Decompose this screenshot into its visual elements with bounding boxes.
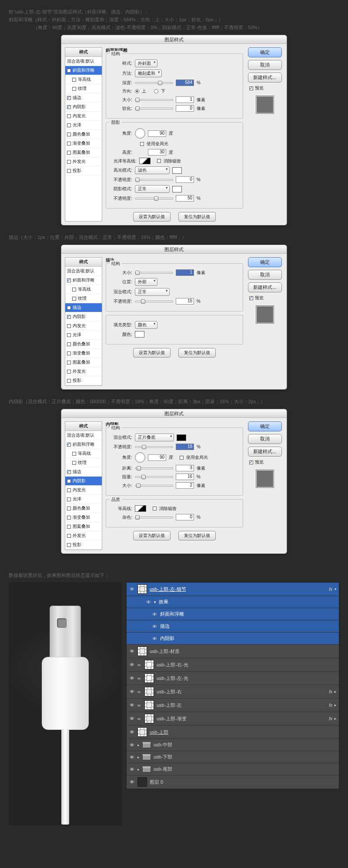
gloss-contour[interactable] xyxy=(139,158,151,164)
eye-icon[interactable]: 👁 xyxy=(129,779,135,785)
depth-input[interactable]: 584 xyxy=(176,80,194,86)
s2-co[interactable]: 颜色叠加 xyxy=(65,340,102,349)
eye-icon[interactable]: 👁 xyxy=(129,767,135,772)
inner-noise-slider[interactable] xyxy=(135,517,173,518)
eff-bevel[interactable]: 👁斜面和浮雕 xyxy=(127,608,339,620)
eye-icon[interactable]: 👁 xyxy=(129,702,135,708)
folder-row[interactable]: 👁▸usb-尾部 xyxy=(127,763,339,775)
inner-choke-input[interactable]: 16 xyxy=(176,474,194,480)
stroke-op-slider[interactable] xyxy=(135,301,173,302)
soft-input[interactable]: 0 xyxy=(176,105,194,112)
newstyle-button[interactable]: 新建样式... xyxy=(248,73,282,83)
chevron-icon[interactable]: ▸ xyxy=(334,716,336,721)
inner-contour[interactable] xyxy=(135,505,146,512)
inner-size-slider[interactable] xyxy=(135,485,173,487)
s3-b[interactable]: 斜面和浮雕 xyxy=(65,440,102,449)
folder-row[interactable]: 👁▸usb-下部 xyxy=(127,751,339,763)
inner-blend[interactable]: 正片叠底 xyxy=(135,434,174,441)
eff-inner[interactable]: 👁内阴影 xyxy=(127,633,339,645)
soft-slider[interactable] xyxy=(135,108,173,109)
cbp2[interactable] xyxy=(249,296,253,300)
layer-row-detail[interactable]: 👁 usb-上部-左-细节 fx▾ xyxy=(127,583,339,596)
eye-icon[interactable]: 👁 xyxy=(129,676,135,681)
eye-icon[interactable]: 👁 xyxy=(129,689,135,694)
eye-icon[interactable]: 👁 xyxy=(129,649,135,654)
stroke-size-input[interactable]: 1 xyxy=(176,269,194,276)
ok3[interactable]: 确定 xyxy=(248,421,282,431)
hlop-slider[interactable] xyxy=(135,179,173,181)
inner-op-slider[interactable] xyxy=(135,446,173,448)
s2-sat[interactable]: 光泽 xyxy=(65,331,102,340)
s2-texture[interactable]: 纹理 xyxy=(65,294,102,303)
style-select[interactable]: 外斜面 xyxy=(135,60,157,67)
chevron-icon[interactable]: ▸ xyxy=(334,689,336,694)
style-outerglow[interactable]: 外发光 xyxy=(65,157,102,166)
alt-input[interactable]: 30 xyxy=(148,149,166,156)
cb-anti3[interactable] xyxy=(153,507,157,510)
inner-choke-slider[interactable] xyxy=(135,476,173,478)
s3-ds[interactable]: 投影 xyxy=(65,540,102,550)
eye-icon[interactable]: 👁 xyxy=(129,716,135,721)
eye-icon[interactable]: 👁 xyxy=(129,662,135,667)
eye-icon[interactable]: 👁 xyxy=(152,624,157,629)
stroke-pos-select[interactable]: 外部 xyxy=(135,278,157,286)
shmode-select[interactable]: 正常 xyxy=(135,185,170,193)
layer-row[interactable]: 👁∞usb-上部-渐变fx▸ xyxy=(127,712,339,726)
inner-op-input[interactable]: 18 xyxy=(176,444,194,450)
style-pattoverlay[interactable]: 图案叠加 xyxy=(65,148,102,157)
cancel2[interactable]: 取消 xyxy=(248,270,282,280)
eye-icon[interactable]: 👁 xyxy=(152,636,157,641)
stroke-blend-select[interactable]: 正常 xyxy=(135,288,170,296)
s2-inner[interactable]: 内阴影 xyxy=(65,312,102,321)
eye-icon[interactable]: 👁 xyxy=(129,755,135,760)
cb-anti[interactable] xyxy=(157,159,161,163)
default-button[interactable]: 设置为默认值 xyxy=(133,212,171,222)
folder-row[interactable]: 👁▸usb-中部 xyxy=(127,739,339,751)
new2[interactable]: 新建样式... xyxy=(248,282,282,292)
style-innershadow[interactable]: 内阴影 xyxy=(65,103,102,112)
inner-dial[interactable] xyxy=(135,452,145,463)
hlmode-select[interactable]: 滤色 xyxy=(135,166,170,174)
inner-dist-input[interactable]: 3 xyxy=(176,465,194,471)
s2-po[interactable]: 图案叠加 xyxy=(65,358,102,367)
s2-ig[interactable]: 内发光 xyxy=(65,321,102,331)
size-input[interactable]: 1 xyxy=(176,96,194,103)
s2-bevel[interactable]: 斜面和浮雕 xyxy=(65,276,102,285)
stroke-size-slider[interactable] xyxy=(135,272,173,274)
s2-stroke[interactable]: 描边 xyxy=(65,303,102,312)
layer-row[interactable]: 👁∞usb-上部-右fx▸ xyxy=(127,685,339,699)
eye-icon[interactable]: 👁 xyxy=(146,600,151,605)
s2-go[interactable]: 渐变叠加 xyxy=(65,349,102,358)
cb-globallight[interactable] xyxy=(140,142,144,146)
new3[interactable]: 新建样式... xyxy=(248,447,282,457)
chevron-icon[interactable]: ▸ xyxy=(137,767,140,772)
s3-c[interactable]: 等高线 xyxy=(65,449,102,458)
stroke-filltype[interactable]: 颜色 xyxy=(135,321,157,329)
s2-og[interactable]: 外发光 xyxy=(65,367,102,376)
style-dropshadow[interactable]: 投影 xyxy=(65,166,102,176)
style-coloroverlay[interactable]: 颜色叠加 xyxy=(65,130,102,139)
s3-co[interactable]: 颜色叠加 xyxy=(65,504,102,513)
s3-og[interactable]: 外发光 xyxy=(65,531,102,540)
stroke-op-input[interactable]: 15 xyxy=(176,298,194,305)
eff-stroke[interactable]: 👁描边 xyxy=(127,620,339,633)
style-innerglow[interactable]: 内发光 xyxy=(65,112,102,121)
style-bevel[interactable]: 斜面和浮雕 xyxy=(65,66,102,75)
chevron-icon[interactable]: ▸ xyxy=(137,755,140,759)
bg-row[interactable]: 👁图层 0 xyxy=(127,775,339,789)
radio-up[interactable] xyxy=(135,89,139,93)
style-gradoverlay[interactable]: 渐变叠加 xyxy=(65,139,102,148)
inner-color[interactable] xyxy=(177,434,186,441)
ok-button[interactable]: 确定 xyxy=(248,47,282,57)
eye-icon[interactable]: 👁 xyxy=(152,612,157,617)
s2-contour[interactable]: 等高线 xyxy=(65,285,102,294)
shop-input[interactable]: 50 xyxy=(176,195,194,202)
s3-ig[interactable]: 内发光 xyxy=(65,486,102,495)
inner-dist-slider[interactable] xyxy=(135,467,173,469)
hl-color[interactable] xyxy=(172,167,182,174)
reset-button[interactable]: 复位为默认值 xyxy=(178,212,216,222)
sh-color[interactable] xyxy=(172,186,182,192)
blend-options[interactable]: 混合选项:默认 xyxy=(65,57,102,66)
s3-t[interactable]: 纹理 xyxy=(65,458,102,467)
stroke-color[interactable] xyxy=(135,331,144,338)
